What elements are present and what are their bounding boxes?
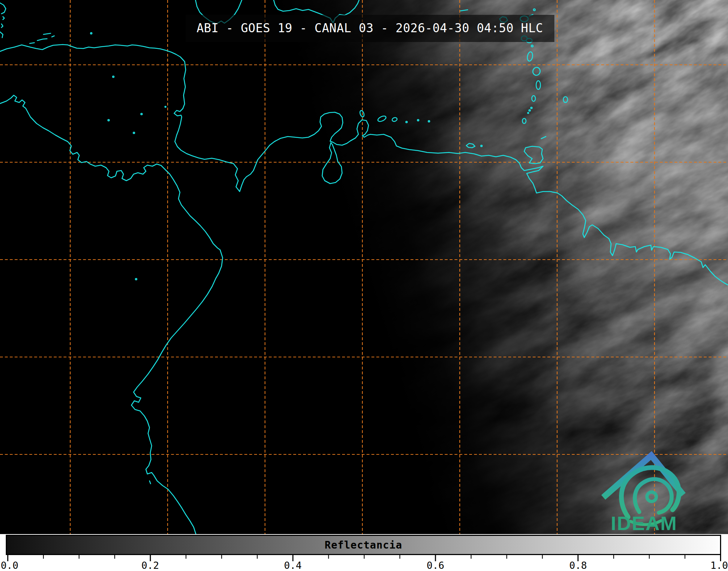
colorbar-tick-label: 0.0 xyxy=(1,560,18,571)
logo-wordmark: IDEAM xyxy=(611,512,677,534)
image-title: ABI - GOES 19 - CANAL 03 - 2026-04-30 04… xyxy=(197,21,543,35)
satellite-map: IDEAM ABI - GOES 19 - CANAL 03 - 2026-04… xyxy=(0,0,728,534)
satellite-map-canvas: IDEAM xyxy=(0,0,728,534)
colorbar-tick-label: 0.8 xyxy=(569,560,587,571)
satellite-product-viewport: IDEAM ABI - GOES 19 - CANAL 03 - 2026-04… xyxy=(0,0,728,571)
colorbar-tick-label: 0.2 xyxy=(142,560,159,571)
colorbar-label: Reflectancia xyxy=(325,539,402,551)
colorbar-tick-label: 0.6 xyxy=(427,560,445,571)
colorbar-axis xyxy=(0,555,728,571)
image-title-bar: ABI - GOES 19 - CANAL 03 - 2026-04-30 04… xyxy=(185,15,554,42)
colorbar-tick-label: 0.4 xyxy=(284,560,302,571)
colorbar-tick-label: 1.0 xyxy=(710,560,728,571)
colorbar: Reflectancia xyxy=(6,535,721,555)
